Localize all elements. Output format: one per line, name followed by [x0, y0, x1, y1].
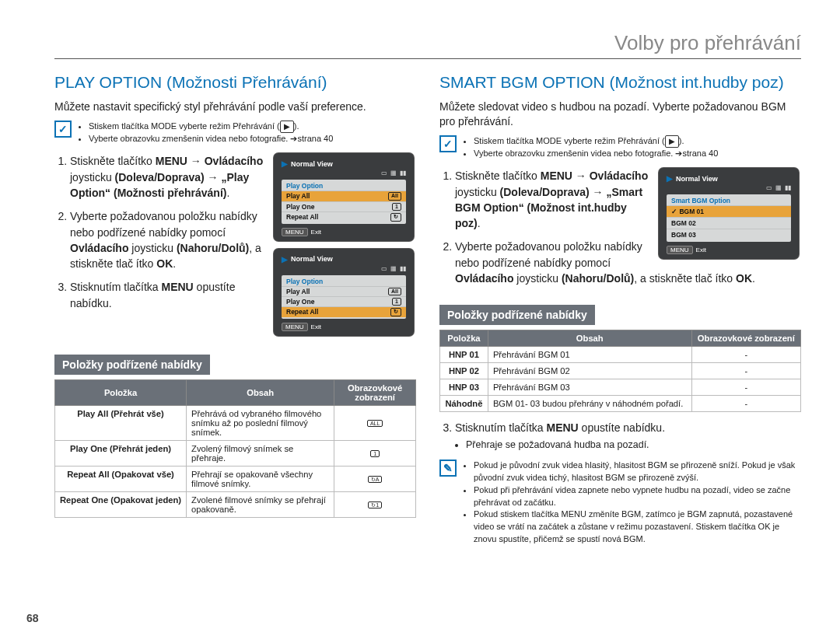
tip-box: ✎ Pokud je původní zvuk videa hlasitý, h… — [439, 460, 801, 547]
tip-list: Pokud je původní zvuk videa hlasitý, hla… — [463, 460, 801, 547]
menu-heading: Smart BGM Option — [667, 196, 791, 205]
menu-button: MENU — [282, 323, 308, 331]
device-menu: Play Option Play AllAll Play One1 Repeat… — [282, 275, 406, 319]
menu-row: BGM 02 — [667, 217, 791, 229]
submenu-heading: Položky podřízené nabídky — [439, 305, 595, 325]
device-title-bar: ▶Normal View — [278, 158, 409, 169]
note-box: ✓ Stiskem tlačítka MODE vyberte režim Př… — [54, 121, 416, 145]
clip-icon: ▦ — [390, 265, 397, 272]
play-icon: ▶ — [667, 174, 673, 183]
device-screen: ▶Normal View ▭▦▮▮ Play Option Play AllAl… — [274, 153, 414, 240]
table-header-row: Položka Obsah Obrazovkové zobrazení — [440, 330, 801, 347]
device-title-bar: ▶Normal View — [663, 173, 794, 184]
device-menu: Play Option Play AllAll Play One1 Repeat… — [282, 180, 406, 223]
menu-row: Play One1 — [282, 201, 406, 211]
col-header: Položka — [55, 379, 187, 405]
options-table: Položka Obsah Obrazovkové zobrazení HNP … — [439, 330, 801, 412]
repeat-all-icon: ↻A — [368, 476, 383, 483]
sub-bullet: Přehraje se požadovaná hudba na pozadí. — [466, 438, 801, 452]
note-list: Stiskem tlačítka MODE vyberte režim Přeh… — [78, 121, 333, 145]
battery-icon: ▮▮ — [400, 169, 406, 176]
play-icon: ▶ — [282, 159, 288, 168]
submenu-heading: Položky podřízené nabídky — [54, 355, 210, 375]
page-title: Volby pro přehrávání — [54, 31, 801, 55]
device-screenshots: ▶Normal View ▭▦▮▮ Play Option Play AllAl… — [274, 153, 416, 343]
device-footer: MENUExit — [278, 320, 409, 331]
tip-line: Pokud při přehrávání videa zapnete nebo … — [474, 484, 801, 509]
device-title-bar: ▶Normal View — [278, 253, 409, 265]
menu-row: Repeat All↻ — [282, 306, 406, 316]
col-header: Obrazovkové zobrazení — [691, 330, 800, 347]
clip-icon: ▦ — [390, 169, 397, 176]
menu-row: Play AllAll — [282, 190, 406, 201]
note-line: Vyberte obrazovku zmenšenin videa nebo f… — [474, 148, 718, 160]
step: Stisknutím tlačítka MENU opustíte nabídk… — [455, 420, 801, 451]
sub-bullets: Přehraje se požadovaná hudba na pozadí. — [455, 438, 801, 452]
menu-heading: Play Option — [282, 277, 406, 286]
menu-row: ✓ BGM 01 — [667, 205, 791, 217]
note-line: Stiskem tlačítka MODE vyberte režim Přeh… — [89, 121, 333, 134]
section-heading: SMART BGM OPTION (Možnost int.hudby poz) — [439, 73, 801, 92]
device-footer: MENUExit — [278, 225, 409, 236]
section-heading: PLAY OPTION (Možnosti Přehrávání) — [54, 73, 416, 92]
all-icon: All — [388, 192, 401, 200]
table-row: Repeat One (Opakovat jeden)Zvolené filmo… — [55, 491, 416, 517]
tip-icon: ✎ — [439, 460, 457, 477]
menu-heading: Play Option — [282, 181, 406, 190]
device-screen: ▶Normal View ▭▦▮▮ Smart BGM Option ✓ BGM… — [659, 168, 799, 259]
play-icon: ▶ — [282, 255, 288, 264]
menu-row: BGM 03 — [667, 229, 791, 240]
tip-line: Pokud je původní zvuk videa hlasitý, hla… — [474, 460, 801, 484]
device-screen: ▶Normal View ▭▦▮▮ Play Option Play AllAl… — [274, 249, 414, 336]
note-line: Stiskem tlačítka MODE vyberte režim Přeh… — [474, 135, 718, 149]
repeat-icon: ↻ — [390, 308, 401, 316]
right-column: SMART BGM OPTION (Možnost int.hudby poz)… — [439, 73, 801, 554]
table-row: HNP 03Přehrávání BGM 03- — [440, 379, 801, 396]
one-icon: 1 — [392, 298, 401, 306]
device-screenshots: ▶Normal View ▭▦▮▮ Smart BGM Option ✓ BGM… — [659, 168, 801, 267]
device-status-icons: ▭▦▮▮ — [278, 265, 409, 274]
tip-line: Pokud stiskem tlačítka MENU změníte BGM,… — [474, 508, 801, 546]
menu-row: Repeat All↻ — [282, 211, 406, 222]
left-column: PLAY OPTION (Možnosti Přehrávání) Můžete… — [54, 73, 416, 554]
col-header: Položka — [440, 330, 488, 347]
sd-icon: ▭ — [766, 184, 772, 191]
battery-icon: ▮▮ — [785, 184, 791, 191]
menu-button: MENU — [282, 228, 308, 236]
note-list: Stiskem tlačítka MODE vyberte režim Přeh… — [463, 135, 718, 160]
all-icon: All — [388, 288, 401, 295]
one-icon: 1 — [392, 203, 401, 211]
repeat-one-icon: ↻1 — [368, 501, 382, 508]
device-footer: MENUExit — [663, 243, 794, 254]
note-box: ✓ Stiskem tlačítka MODE vyberte režim Př… — [439, 135, 801, 160]
divider — [54, 58, 801, 59]
play-mode-icon: ▶ — [665, 135, 679, 149]
table-row: Play All (Přehrát vše)Přehrává od vybran… — [55, 405, 416, 440]
device-status-icons: ▭▦▮▮ — [663, 184, 794, 193]
sd-icon: ▭ — [381, 265, 387, 272]
play-mode-icon: ▶ — [280, 121, 294, 134]
page: Volby pro přehrávání PLAY OPTION (Možnos… — [0, 0, 840, 643]
all-icon: ALL — [367, 420, 383, 427]
clip-icon: ▦ — [775, 184, 782, 191]
menu-row: Play One1 — [282, 296, 406, 306]
intro-text: Můžete sledovat video s hudbou na pozadí… — [439, 100, 801, 129]
table-header-row: Položka Obsah Obrazovkové zobrazení — [55, 379, 416, 405]
page-number: 68 — [26, 612, 39, 624]
check-icon: ✓ — [54, 121, 72, 138]
col-header: Obsah — [488, 330, 691, 347]
sd-icon: ▭ — [381, 169, 387, 176]
device-menu: Smart BGM Option ✓ BGM 01 BGM 02 BGM 03 — [667, 194, 791, 242]
device-status-icons: ▭▦▮▮ — [278, 169, 409, 178]
battery-icon: ▮▮ — [400, 265, 406, 272]
one-icon: 1 — [370, 450, 380, 457]
intro-text: Můžete nastavit specifický styl přehrává… — [54, 100, 416, 114]
menu-row: Play AllAll — [282, 286, 406, 296]
table-row: Play One (Přehrát jeden)Zvolený filmový … — [55, 440, 416, 466]
columns: PLAY OPTION (Možnosti Přehrávání) Můžete… — [54, 73, 801, 554]
table-row: HNP 02Přehrávání BGM 02- — [440, 363, 801, 379]
note-line: Vyberte obrazovku zmenšenin videa nebo f… — [89, 133, 333, 145]
check-icon: ✓ — [439, 135, 457, 152]
steps-list-cont: Stisknutím tlačítka MENU opustíte nabídk… — [439, 420, 801, 451]
options-table: Položka Obsah Obrazovkové zobrazení Play… — [54, 379, 416, 518]
